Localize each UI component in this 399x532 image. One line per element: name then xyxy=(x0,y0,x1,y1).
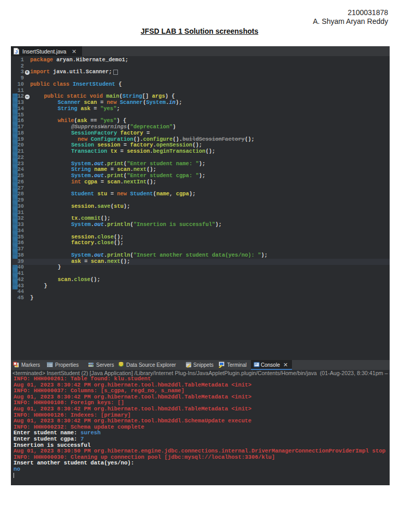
svg-text:J: J xyxy=(15,49,18,55)
